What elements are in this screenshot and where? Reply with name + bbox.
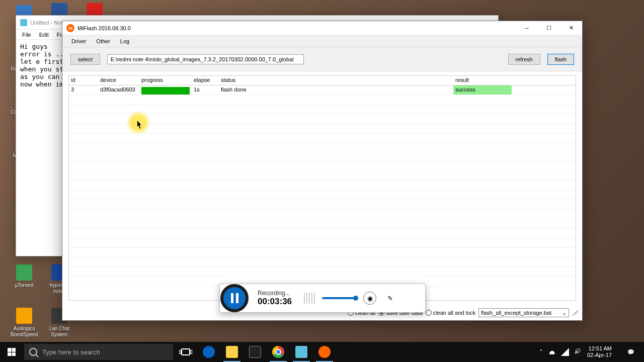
notepad-icon [20,19,27,26]
taskbar[interactable]: Type here to search ˄ 🔊 12:51 AM 02-Apr-… [0,342,644,362]
device-grid[interactable]: id device progress elapse status result … [68,75,576,301]
taskview-button[interactable] [174,342,197,362]
col-progress[interactable]: progress [139,76,192,85]
miflash-title: MiFlash 2016.08.30.0 [77,25,516,31]
task-miflash[interactable] [313,342,336,362]
col-id[interactable]: id [69,76,98,85]
record-target-icon[interactable]: ◉ [363,292,376,305]
script-combo[interactable]: flash_all_except_storage.bat⌄ [478,308,569,317]
col-result[interactable]: result [453,76,512,85]
minimize-button[interactable]: ─ [516,21,538,35]
search-placeholder: Type here to search [42,348,100,356]
tray-network-icon[interactable] [561,348,569,356]
resize-gripper-icon[interactable] [572,310,578,316]
menu-edit[interactable]: Edit [35,31,53,39]
taskbar-clock[interactable]: 12:51 AM 02-Apr-17 [587,345,616,358]
flash-button[interactable]: flash [547,54,574,65]
grid-header: id device progress elapse status result [69,76,576,85]
cell-status: flash done [219,85,453,95]
miflash-titlebar[interactable]: m MiFlash 2016.08.30.0 ─ ☐ ✕ [62,21,582,35]
recorder-panel[interactable]: Recording... 00:03:36 ◉ ✎ [219,284,426,313]
volume-slider[interactable] [322,297,356,299]
system-tray[interactable]: ˄ 🔊 12:51 AM 02-Apr-17 💬 [539,342,644,362]
task-edge[interactable] [197,342,220,362]
pause-button[interactable] [220,284,249,312]
waveform-icon [304,293,315,304]
menu-driver[interactable]: Driver [66,37,91,45]
desktop: This PCRecycle BinCodeBlocksMI HistoryCo… [0,0,644,362]
miflash-toolbar: select refresh flash [62,47,582,71]
miflash-window[interactable]: m MiFlash 2016.08.30.0 ─ ☐ ✕ Driver Othe… [62,21,583,321]
start-button[interactable] [0,342,23,362]
task-explorer[interactable] [220,342,244,362]
miflash-menubar[interactable]: Driver Other Log [62,35,582,47]
menu-other[interactable]: Other [91,37,115,45]
cell-progress [139,85,192,95]
radio-clean-all-lock[interactable]: clean all and lock [426,310,475,316]
tray-onedrive-icon[interactable] [548,348,556,356]
col-device[interactable]: device [98,76,139,85]
chevron-down-icon: ⌄ [562,310,567,316]
table-row[interactable]: 3 d3f0acad0603 1s flash done success [69,85,576,95]
col-status[interactable]: status [219,76,453,85]
edit-icon[interactable]: ✎ [383,292,396,305]
cell-result: success [453,85,512,95]
desktop-icon[interactable]: Auslogics BoostSpeed [9,308,39,338]
task-notepad[interactable] [290,342,313,362]
action-center-icon[interactable]: 💬 [621,342,641,362]
tray-chevron-up-icon[interactable]: ˄ [539,348,543,356]
cell-device: d3f0acad0603 [98,85,139,95]
path-input[interactable] [107,54,304,64]
search-icon [29,348,37,356]
menu-file[interactable]: File [18,31,35,39]
maximize-button[interactable]: ☐ [538,21,560,35]
taskbar-search[interactable]: Type here to search [24,344,173,360]
recorder-info: Recording... 00:03:36 [258,290,292,307]
select-button[interactable]: select [70,54,100,65]
recorder-time: 00:03:36 [258,297,292,307]
desktop-icon[interactable]: µTorrent [9,264,39,289]
cell-id: 3 [69,85,98,95]
menu-log[interactable]: Log [115,37,134,45]
task-chrome[interactable] [267,342,290,362]
miflash-app-icon: m [66,24,74,32]
refresh-button[interactable]: refresh [508,54,540,65]
close-button[interactable]: ✕ [560,21,582,35]
cursor-highlight [126,111,150,135]
cell-elapse: 1s [192,85,219,95]
tray-volume-icon[interactable]: 🔊 [574,348,582,356]
col-elapse[interactable]: elapse [192,76,219,85]
recorder-label: Recording... [258,290,292,297]
task-store[interactable] [244,342,267,362]
windows-logo-icon [8,348,16,356]
